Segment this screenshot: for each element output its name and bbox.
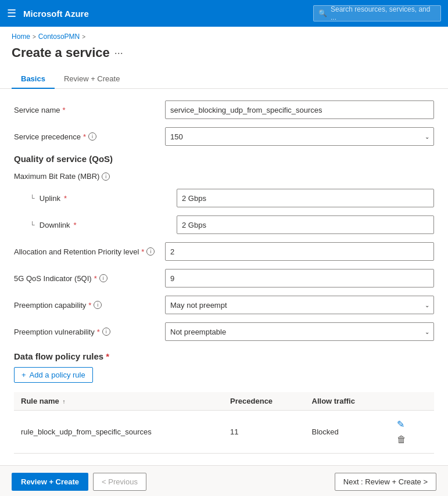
cell-rule-name: rule_block_udp_from_specific_sources [14, 411, 223, 454]
preemption-vuln-row: Preemption vulnerability * i Not preempt… [14, 322, 434, 341]
allocation-row: Allocation and Retention Priority level … [14, 242, 434, 261]
cell-precedence: 11 [223, 411, 304, 454]
qos-indicator-info-icon[interactable]: i [99, 274, 107, 282]
breadcrumb-contoso[interactable]: ContosoPMN [38, 33, 80, 41]
preemption-cap-select-wrapper: May not preempt May preempt ⌄ [165, 296, 434, 314]
downlink-label-wrapper: └ Downlink * [26, 221, 177, 229]
add-policy-rule-label: Add a policy rule [30, 371, 85, 379]
service-precedence-info-icon[interactable]: i [88, 132, 96, 141]
col-precedence: Precedence [223, 392, 304, 411]
preemption-vuln-label: Preemption vulnerability * i [14, 328, 165, 336]
allocation-label: Allocation and Retention Priority level … [14, 247, 165, 256]
mbr-info-icon[interactable]: i [102, 172, 110, 181]
allocation-input[interactable] [165, 242, 434, 261]
delete-rule-button[interactable]: 🗑 [395, 432, 408, 447]
service-precedence-required: * [83, 132, 86, 141]
preemption-cap-row: Preemption capability * i May not preemp… [14, 296, 434, 314]
mbr-row: Maximum Bit Rate (MBR) i [14, 172, 434, 181]
qos-indicator-input[interactable] [165, 269, 434, 287]
downlink-row: └ Downlink * [26, 215, 434, 234]
qos-indicator-row: 5G QoS Indicator (5QI) * i [14, 269, 434, 287]
col-allow-traffic: Allow traffic [305, 392, 388, 411]
breadcrumb: Home > ContosoPMN > [0, 27, 448, 43]
hamburger-icon[interactable]: ☰ [7, 7, 16, 20]
tab-basics[interactable]: Basics [12, 70, 55, 89]
col-rule-name: Rule name ↑ [14, 392, 223, 411]
tab-review-create[interactable]: Review + Create [55, 70, 129, 89]
delete-icon: 🗑 [397, 434, 406, 444]
service-name-label: Service name * [14, 106, 165, 114]
previous-button[interactable]: < Previous [93, 473, 146, 491]
topbar: ☰ Microsoft Azure 🔍 Search resources, se… [0, 0, 448, 27]
col-actions [388, 392, 434, 411]
service-precedence-row: Service precedence * i 150 100 200 ⌄ [14, 127, 434, 146]
service-precedence-select-wrapper: 150 100 200 ⌄ [165, 127, 434, 146]
breadcrumb-home[interactable]: Home [12, 33, 30, 41]
uplink-input[interactable] [177, 189, 434, 207]
policy-rules-table: Rule name ↑ Precedence Allow traffic rul… [14, 392, 434, 454]
allocation-info-icon[interactable]: i [146, 247, 155, 256]
uplink-label-wrapper: └ Uplink * [26, 194, 177, 203]
edit-icon: ✎ [397, 419, 404, 429]
service-precedence-select[interactable]: 150 100 200 [165, 127, 434, 146]
policy-rules-heading: Data flow policy rules * [14, 351, 434, 361]
sort-asc-icon[interactable]: ↑ [62, 398, 65, 405]
review-create-button[interactable]: Review + Create [12, 473, 88, 491]
preemption-vuln-select[interactable]: Not preemptable Preemptable [165, 322, 434, 341]
qos-heading: Quality of service (QoS) [14, 154, 434, 164]
add-policy-rule-button[interactable]: + Add a policy rule [14, 367, 93, 383]
table-header: Rule name ↑ Precedence Allow traffic [14, 392, 434, 411]
app-title: Microsoft Azure [23, 9, 89, 19]
search-icon: 🔍 [318, 9, 327, 17]
policy-rules-required: * [106, 351, 109, 361]
page-title-ellipsis[interactable]: ··· [114, 47, 123, 59]
preemption-vuln-select-wrapper: Not preemptable Preemptable ⌄ [165, 322, 434, 341]
table-row: rule_block_udp_from_specific_sources 11 … [14, 411, 434, 454]
mbr-label: Maximum Bit Rate (MBR) i [14, 172, 165, 181]
downlink-label: Downlink [40, 221, 70, 229]
main-content: Service name * Service precedence * i 15… [0, 89, 448, 465]
service-name-row: Service name * [14, 100, 434, 119]
uplink-label: Uplink [40, 194, 60, 203]
preemption-cap-select[interactable]: May not preempt May preempt [165, 296, 434, 314]
preemption-cap-label: Preemption capability * i [14, 301, 165, 310]
service-name-required: * [62, 106, 65, 114]
service-precedence-label: Service precedence * i [14, 132, 165, 141]
bottom-bar: Review + Create < Previous Next : Review… [0, 465, 448, 496]
table-body: rule_block_udp_from_specific_sources 11 … [14, 411, 434, 454]
search-bar[interactable]: 🔍 Search resources, services, and ... [313, 5, 441, 21]
preemption-cap-info-icon[interactable]: i [94, 301, 102, 309]
page-title: Create a service [12, 45, 110, 60]
cell-allow-traffic: Blocked [305, 411, 388, 454]
tabs-container: Basics Review + Create [0, 70, 448, 89]
preemption-vuln-info-icon[interactable]: i [102, 328, 110, 336]
cell-actions: ✎ 🗑 [388, 411, 434, 454]
uplink-row: └ Uplink * [26, 189, 434, 207]
qos-indicator-label: 5G QoS Indicator (5QI) * i [14, 274, 165, 283]
service-name-input[interactable] [165, 100, 434, 119]
breadcrumb-sep-2: > [82, 34, 85, 40]
page-title-row: Create a service ··· [0, 43, 448, 70]
downlink-input[interactable] [177, 215, 434, 234]
next-button[interactable]: Next : Review + Create > [335, 473, 436, 491]
edit-rule-button[interactable]: ✎ [395, 416, 407, 432]
search-placeholder: Search resources, services, and ... [331, 5, 436, 21]
breadcrumb-sep-1: > [33, 34, 36, 40]
add-icon: + [21, 371, 26, 379]
